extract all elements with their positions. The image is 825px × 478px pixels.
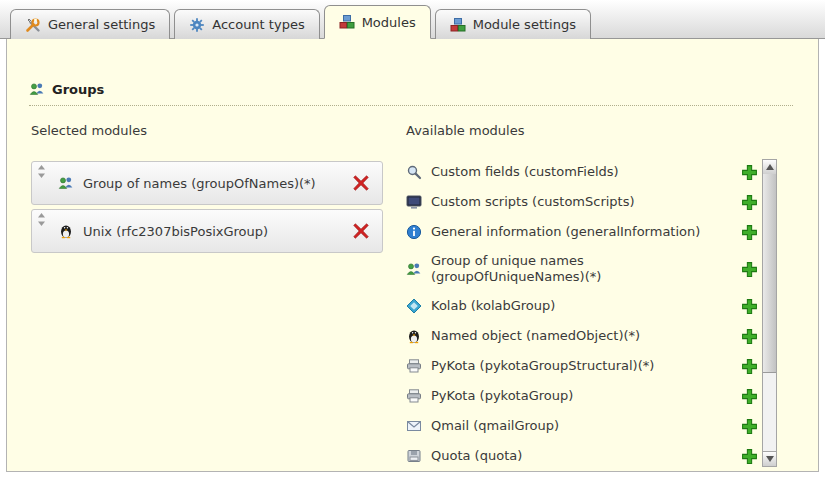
tab-label: Modules: [362, 15, 416, 30]
section-heading-groups: Groups: [29, 81, 793, 106]
terminal-icon: [406, 194, 422, 210]
add-module-button[interactable]: [741, 418, 758, 435]
available-module-row: Group of unique names (groupOfUniqueName…: [406, 247, 758, 291]
modules-icon: [339, 14, 355, 30]
available-module-label: Custom scripts (customScripts): [431, 194, 732, 210]
remove-module-button[interactable]: [352, 222, 370, 240]
scroll-down-button[interactable]: [763, 451, 776, 466]
add-module-button[interactable]: [741, 388, 758, 405]
group-icon: [58, 175, 74, 191]
available-module-label: Group of unique names (groupOfUniqueName…: [431, 253, 732, 285]
drag-handle-icon[interactable]: [37, 165, 46, 178]
available-module-row: PyKota (pykotaGroupStructural)(*): [406, 351, 758, 381]
tux-icon: [58, 223, 74, 239]
drag-handle-icon[interactable]: [37, 213, 46, 226]
available-module-label: General information (generalInformation): [431, 224, 732, 240]
tab-label: General settings: [48, 17, 155, 32]
available-modules-heading: Available modules: [406, 123, 524, 138]
add-module-button[interactable]: [741, 194, 758, 211]
tab-modules[interactable]: Modules: [324, 5, 431, 39]
tab-label: Account types: [212, 17, 304, 32]
mail-icon: [406, 418, 422, 434]
available-module-row: Custom scripts (customScripts): [406, 187, 758, 217]
available-module-row: Named object (namedObject)(*): [406, 321, 758, 351]
printer-icon: [406, 388, 422, 404]
selected-module-label: Group of names (groupOfNames)(*): [83, 176, 352, 191]
add-module-button[interactable]: [741, 328, 758, 345]
selected-modules-list: Group of names (groupOfNames)(*) Unix (r…: [31, 161, 383, 257]
available-module-label: Kolab (kolabGroup): [431, 298, 732, 314]
selected-module-label: Unix (rfc2307bisPosixGroup): [83, 224, 352, 239]
add-module-button[interactable]: [741, 298, 758, 315]
available-module-row: Qmail (qmailGroup): [406, 411, 758, 441]
selected-modules-heading: Selected modules: [31, 123, 147, 138]
group-icon: [406, 261, 422, 277]
available-module-label: PyKota (pykotaGroupStructural)(*): [431, 358, 732, 374]
scrollbar[interactable]: [762, 159, 777, 467]
tools-icon: [25, 17, 41, 33]
tab-general-settings[interactable]: General settings: [10, 9, 170, 39]
available-module-label: Custom fields (customFields): [431, 164, 732, 180]
available-module-label: Quota (quota): [431, 448, 732, 464]
modules-icon: [450, 17, 466, 33]
available-module-label: Named object (namedObject)(*): [431, 328, 732, 344]
tux-icon: [406, 328, 422, 344]
magnifier-icon: [406, 164, 422, 180]
scroll-up-button[interactable]: [763, 160, 776, 175]
available-module-row: Custom fields (customFields): [406, 157, 758, 187]
available-module-row: Quota (quota): [406, 441, 758, 471]
add-module-button[interactable]: [741, 261, 758, 278]
available-module-row: Kolab (kolabGroup): [406, 291, 758, 321]
scrollbar-thumb[interactable]: [763, 174, 776, 373]
available-modules-list: Custom fields (customFields) Custom scri…: [406, 157, 758, 471]
add-module-button[interactable]: [741, 448, 758, 465]
gears-icon: [189, 17, 205, 33]
tab-strip: General settings Account types Modules M…: [0, 0, 825, 39]
add-module-button[interactable]: [741, 164, 758, 181]
selected-module-row: Group of names (groupOfNames)(*): [31, 161, 383, 205]
add-module-button[interactable]: [741, 358, 758, 375]
info-icon: [406, 224, 422, 240]
kolab-icon: [406, 298, 422, 314]
disk-icon: [406, 448, 422, 464]
available-module-label: PyKota (pykotaGroup): [431, 388, 732, 404]
group-icon: [29, 81, 45, 97]
tab-account-types[interactable]: Account types: [174, 9, 319, 39]
printer-icon: [406, 358, 422, 374]
section-title: Groups: [52, 82, 104, 97]
tab-module-settings[interactable]: Module settings: [435, 9, 591, 39]
modules-panel: Groups Selected modules Available module…: [6, 39, 819, 472]
available-module-row: PyKota (pykotaGroup): [406, 381, 758, 411]
available-module-label: Qmail (qmailGroup): [431, 418, 732, 434]
tab-bar: General settings Account types Modules M…: [10, 5, 591, 39]
add-module-button[interactable]: [741, 224, 758, 241]
selected-module-row: Unix (rfc2307bisPosixGroup): [31, 209, 383, 253]
available-module-row: General information (generalInformation): [406, 217, 758, 247]
tab-label: Module settings: [473, 17, 576, 32]
remove-module-button[interactable]: [352, 174, 370, 192]
